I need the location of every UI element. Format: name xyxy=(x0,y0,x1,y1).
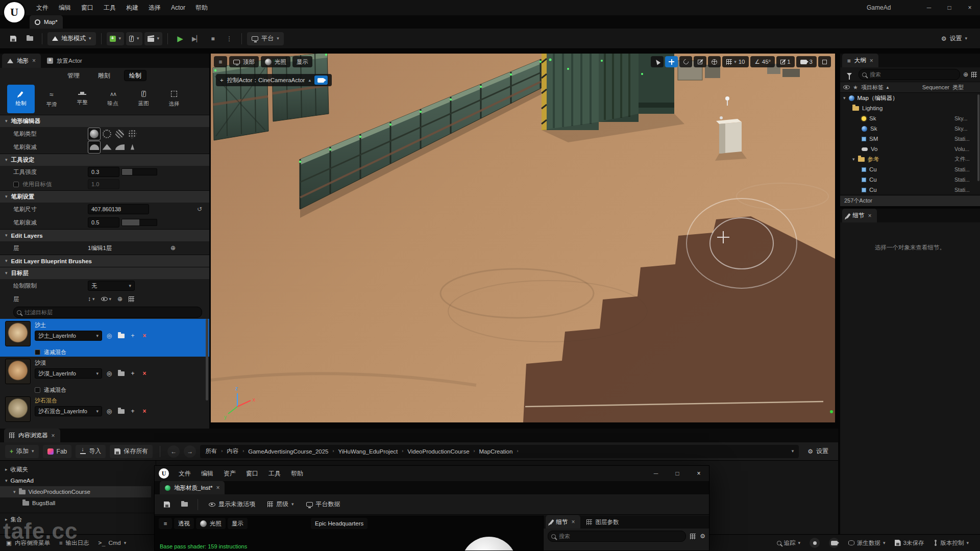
panel-scrollbar[interactable] xyxy=(206,319,208,400)
skip-button[interactable]: ▶▏ xyxy=(189,32,204,45)
outliner-row[interactable]: SkSky... xyxy=(840,113,980,123)
blend-checkbox[interactable] xyxy=(35,349,40,355)
column-type[interactable]: 类型 xyxy=(952,84,977,91)
material-editor-window[interactable]: U 文件 编辑 资产 窗口 工具 帮助 ─ □ × 地形材质_Inst* × 显… xyxy=(154,465,709,551)
section-edit-layers[interactable]: ▾Edit Layers xyxy=(0,229,209,241)
view-mode-dropdown[interactable]: 光照 xyxy=(261,56,290,67)
cinematics-button[interactable]: ▾ xyxy=(144,32,163,45)
play-options-kebab[interactable]: ⋮ xyxy=(222,32,236,45)
outliner-tab[interactable]: ≡大纲× xyxy=(842,54,878,67)
tool-strength-slider[interactable] xyxy=(121,168,157,176)
cb-settings-button[interactable]: ⚙设置 xyxy=(803,445,833,458)
material-preview-viewport[interactable]: ≡ 透视 光照 显示 Epic Headquarters Base pass s… xyxy=(155,515,543,551)
mat-search[interactable] xyxy=(548,531,686,542)
outliner-row[interactable]: CuStati... xyxy=(840,164,980,174)
mat-menu-asset[interactable]: 资产 xyxy=(219,466,240,481)
column-item-label[interactable]: 项目标签▲ xyxy=(861,84,890,91)
mat-search-input[interactable] xyxy=(559,532,664,541)
reset-icon[interactable]: ↺ xyxy=(197,206,202,213)
close-button[interactable]: × xyxy=(960,0,980,15)
section-target-layers[interactable]: ▾目标层 xyxy=(0,267,209,279)
rotate-tool[interactable] xyxy=(679,56,692,67)
source-control-button[interactable]: 版本控制▾ xyxy=(933,539,969,547)
preview-perspective[interactable]: 透视 xyxy=(174,518,194,529)
star-icon[interactable]: ★ xyxy=(853,84,858,91)
brush-type-alpha[interactable] xyxy=(101,128,113,140)
screenshot-button[interactable] xyxy=(829,538,839,548)
preview-lit[interactable]: 光照 xyxy=(196,518,226,529)
preview-environment[interactable]: Epic Headquarters xyxy=(311,518,368,529)
section-landscape-editor[interactable]: ▾地形编辑器 xyxy=(0,115,209,127)
falloff-sphere[interactable] xyxy=(113,141,126,154)
derived-data-button[interactable]: 派生数据▾ xyxy=(848,539,886,547)
settings-dropdown[interactable]: ⚙设置▾ xyxy=(937,32,972,45)
layers-stack-icon[interactable] xyxy=(129,296,134,302)
menu-file[interactable]: 文件 xyxy=(32,0,53,15)
outliner-row[interactable]: SMStati... xyxy=(840,134,980,144)
plus-icon[interactable]: + xyxy=(128,407,137,416)
mat-menu-edit[interactable]: 编辑 xyxy=(197,466,218,481)
world-local-toggle[interactable] xyxy=(708,56,721,67)
breadcrumb-item[interactable]: MapCreation xyxy=(479,448,513,455)
rotation-snap-toggle[interactable]: ∠45° xyxy=(750,56,775,67)
path-dropdown-icon[interactable]: ▾ xyxy=(792,449,794,454)
blend-checkbox[interactable] xyxy=(35,387,40,393)
record-button[interactable] xyxy=(810,538,820,548)
menu-build[interactable]: 构建 xyxy=(121,0,143,15)
mat-menu-help[interactable]: 帮助 xyxy=(286,466,308,481)
outliner-row[interactable]: Lighting xyxy=(840,103,980,113)
back-button[interactable]: ← xyxy=(167,445,180,458)
mat-menu-tools[interactable]: 工具 xyxy=(264,466,285,481)
select-tool[interactable] xyxy=(651,56,664,67)
falloff-linear[interactable] xyxy=(101,141,113,154)
column-sequencer[interactable]: Sequencer xyxy=(922,84,949,90)
menu-actor[interactable]: Actor xyxy=(166,0,190,15)
brush-size-input[interactable] xyxy=(88,204,149,214)
folder-icon[interactable] xyxy=(116,331,126,340)
filter-input[interactable] xyxy=(24,308,179,317)
outliner-row[interactable]: ▾Map（编辑器） xyxy=(840,93,980,103)
section-blueprint-brushes[interactable]: ▾Edit Layer Blueprint Brushes xyxy=(0,255,209,267)
show-inactive-button[interactable]: 显示未激活项 xyxy=(204,498,260,511)
landscape-tab[interactable]: 地形× xyxy=(2,54,41,68)
use-target-checkbox[interactable] xyxy=(13,182,19,187)
layer-thumbnail[interactable] xyxy=(5,359,31,384)
delete-icon[interactable]: × xyxy=(140,369,149,378)
blueprints-button[interactable]: ▾ xyxy=(126,32,142,45)
maximize-viewport[interactable] xyxy=(818,56,831,67)
layer-thumbnail[interactable] xyxy=(5,321,31,346)
create-layer-icon[interactable]: ⊕ xyxy=(117,295,122,303)
add-actor-button[interactable]: ▾ xyxy=(107,32,125,45)
stop-button[interactable]: ■ xyxy=(206,32,220,45)
layer-item-desert[interactable]: 沙漠 沙漠_LayerInfo▾ ◎ + × 递减混合 xyxy=(0,357,209,394)
sort-dropdown[interactable]: ↕▾ xyxy=(88,295,95,303)
layerinfo-dropdown[interactable]: 沙石混合_LayerInfo▾ xyxy=(35,406,102,416)
falloff-tip[interactable] xyxy=(126,141,139,154)
filter-target-layers[interactable] xyxy=(13,307,202,318)
add-layer-icon[interactable]: ⊕ xyxy=(170,244,176,252)
use-target-input[interactable] xyxy=(88,179,119,189)
tool-paint[interactable]: 绘制 xyxy=(7,85,35,113)
close-icon[interactable]: × xyxy=(870,58,873,64)
folder-icon[interactable] xyxy=(116,369,126,378)
outliner-search-input[interactable] xyxy=(870,70,941,79)
unsaved-button[interactable]: 3未保存 xyxy=(895,539,924,547)
brush-type-circle[interactable] xyxy=(88,128,101,140)
layer-parameters-tab[interactable]: 图层参数 xyxy=(581,515,624,529)
section-brush-settings[interactable]: ▾笔刷设置 xyxy=(0,190,209,203)
menu-select[interactable]: 选择 xyxy=(144,0,165,15)
preview-options-menu[interactable]: ≡ xyxy=(159,518,172,529)
scale-tool[interactable] xyxy=(694,56,706,67)
outliner-row[interactable]: CuStati... xyxy=(840,174,980,185)
browse-content-button[interactable] xyxy=(22,32,37,45)
folder-icon[interactable] xyxy=(116,407,126,416)
viewport[interactable]: z x y ≡ 顶部 光照 显示 ▾10 ∠45° 1 3 + 控制Actor：… xyxy=(211,54,835,422)
unreal-logo[interactable]: U xyxy=(4,2,24,22)
tool-blueprint[interactable]: 蓝图 xyxy=(130,85,157,113)
close-button[interactable]: × xyxy=(689,466,709,481)
visibility-dropdown[interactable]: ▾ xyxy=(101,297,112,302)
outliner-search[interactable] xyxy=(859,69,960,80)
locate-icon[interactable]: ◎ xyxy=(105,369,114,378)
pilot-actor-bar[interactable]: + 控制Actor：CineCameraActor ▴ xyxy=(216,74,332,86)
import-button[interactable]: 导入 xyxy=(76,445,106,458)
